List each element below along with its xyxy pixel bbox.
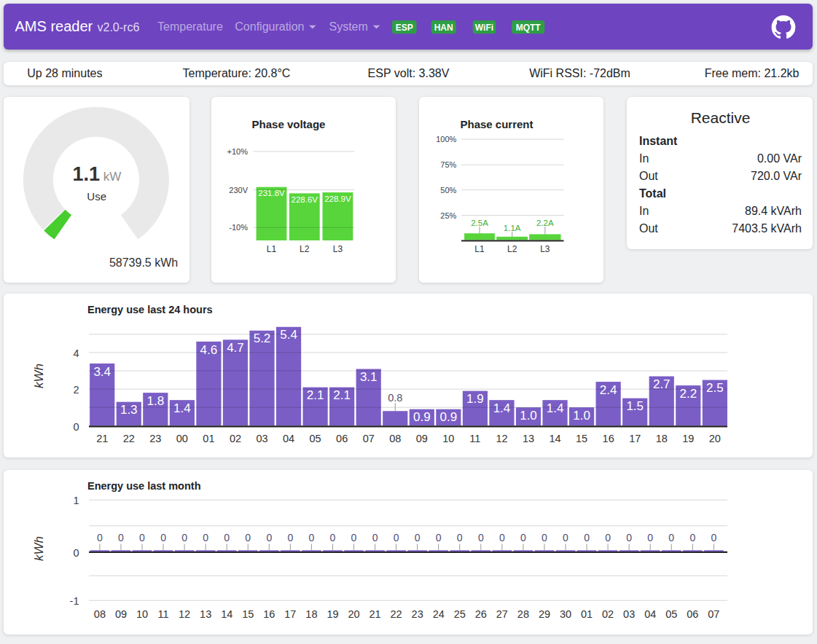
svg-text:5.4: 5.4 bbox=[280, 328, 297, 342]
svg-text:0: 0 bbox=[520, 532, 526, 543]
svg-text:0: 0 bbox=[689, 532, 695, 543]
svg-text:21: 21 bbox=[369, 608, 380, 620]
svg-text:WiFi: WiFi bbox=[475, 23, 493, 33]
svg-text:Phase current: Phase current bbox=[460, 118, 533, 130]
svg-text:1.9: 1.9 bbox=[466, 392, 484, 406]
svg-text:kWh: kWh bbox=[32, 536, 46, 561]
svg-text:27: 27 bbox=[496, 608, 508, 620]
svg-text:0: 0 bbox=[309, 532, 315, 543]
svg-text:18: 18 bbox=[305, 608, 317, 620]
svg-text:58739.5 kWh: 58739.5 kWh bbox=[109, 256, 178, 268]
svg-text:Up 28 minutes: Up 28 minutes bbox=[27, 66, 102, 79]
svg-text:3.1: 3.1 bbox=[360, 370, 378, 384]
svg-text:2.2: 2.2 bbox=[679, 387, 697, 401]
svg-text:v2.0-rc6: v2.0-rc6 bbox=[98, 21, 140, 34]
svg-text:L3: L3 bbox=[540, 243, 550, 254]
svg-text:30: 30 bbox=[560, 608, 571, 620]
svg-text:0: 0 bbox=[266, 532, 272, 543]
svg-text:10: 10 bbox=[136, 608, 148, 620]
svg-text:1.0: 1.0 bbox=[573, 409, 590, 423]
svg-text:4.7: 4.7 bbox=[227, 341, 244, 355]
svg-text:ESP volt: 3.38V: ESP volt: 3.38V bbox=[368, 66, 450, 79]
svg-text:12: 12 bbox=[179, 608, 190, 620]
svg-text:0: 0 bbox=[203, 532, 208, 543]
svg-text:0: 0 bbox=[605, 532, 611, 543]
svg-text:1.8: 1.8 bbox=[146, 394, 164, 408]
svg-text:0: 0 bbox=[160, 532, 166, 543]
svg-text:19: 19 bbox=[682, 433, 694, 444]
svg-text:0: 0 bbox=[584, 532, 590, 543]
svg-text:09: 09 bbox=[115, 608, 127, 620]
svg-text:Reactive: Reactive bbox=[690, 109, 750, 125]
svg-text:05: 05 bbox=[310, 433, 321, 444]
svg-text:22: 22 bbox=[123, 433, 135, 444]
svg-text:-10%: -10% bbox=[229, 223, 248, 232]
svg-text:25%: 25% bbox=[440, 211, 456, 219]
svg-text:0: 0 bbox=[542, 532, 547, 543]
svg-text:Out: Out bbox=[639, 221, 658, 234]
svg-text:06: 06 bbox=[336, 433, 348, 444]
svg-text:0: 0 bbox=[563, 532, 568, 543]
svg-text:11: 11 bbox=[158, 608, 169, 620]
svg-text:2.7: 2.7 bbox=[653, 377, 671, 391]
svg-text:0: 0 bbox=[436, 532, 442, 543]
svg-text:50%: 50% bbox=[440, 185, 456, 194]
svg-text:15: 15 bbox=[576, 433, 587, 444]
svg-text:24: 24 bbox=[433, 608, 445, 620]
svg-text:03: 03 bbox=[256, 433, 267, 444]
svg-text:AMS reader: AMS reader bbox=[15, 18, 93, 34]
svg-text:22: 22 bbox=[391, 608, 402, 620]
svg-text:1.3: 1.3 bbox=[120, 403, 138, 417]
svg-text:00: 00 bbox=[176, 433, 188, 444]
svg-text:23: 23 bbox=[412, 608, 423, 620]
svg-text:System: System bbox=[329, 20, 368, 33]
svg-text:20: 20 bbox=[348, 608, 359, 620]
svg-text:12: 12 bbox=[496, 433, 507, 444]
svg-text:23: 23 bbox=[149, 433, 161, 444]
svg-text:3.4: 3.4 bbox=[93, 365, 111, 379]
svg-text:14: 14 bbox=[221, 608, 232, 620]
svg-text:0: 0 bbox=[330, 532, 336, 543]
svg-text:230V: 230V bbox=[229, 185, 248, 194]
svg-text:1: 1 bbox=[73, 495, 79, 506]
svg-text:Use: Use bbox=[87, 190, 106, 203]
svg-text:4.6: 4.6 bbox=[200, 343, 218, 357]
svg-text:5.2: 5.2 bbox=[254, 331, 271, 345]
svg-text:20: 20 bbox=[709, 433, 721, 444]
svg-text:28: 28 bbox=[517, 608, 529, 620]
svg-text:03: 03 bbox=[623, 608, 635, 620]
svg-text:0: 0 bbox=[626, 532, 632, 543]
svg-text:01: 01 bbox=[581, 608, 593, 620]
svg-text:L2: L2 bbox=[507, 243, 517, 254]
svg-text:Free mem: 21.2kb: Free mem: 21.2kb bbox=[705, 66, 800, 79]
svg-text:7403.5 kVArh: 7403.5 kVArh bbox=[732, 221, 802, 234]
svg-text:L3: L3 bbox=[333, 243, 343, 254]
svg-text:25: 25 bbox=[454, 608, 466, 620]
svg-text:0: 0 bbox=[118, 532, 124, 543]
svg-text:07: 07 bbox=[363, 433, 375, 444]
svg-text:08: 08 bbox=[94, 608, 106, 620]
svg-text:L1: L1 bbox=[474, 243, 485, 254]
svg-text:+10%: +10% bbox=[227, 146, 249, 155]
svg-text:L1: L1 bbox=[267, 243, 277, 254]
svg-text:0.00 VAr: 0.00 VAr bbox=[757, 152, 802, 165]
svg-text:0: 0 bbox=[181, 532, 187, 543]
svg-text:21: 21 bbox=[96, 433, 108, 444]
svg-text:75%: 75% bbox=[440, 160, 456, 169]
svg-text:100%: 100% bbox=[436, 135, 456, 144]
svg-text:16: 16 bbox=[263, 608, 275, 620]
svg-text:05: 05 bbox=[665, 608, 677, 620]
svg-text:08: 08 bbox=[389, 433, 401, 444]
svg-text:1.4: 1.4 bbox=[493, 401, 511, 415]
svg-text:11: 11 bbox=[469, 433, 480, 444]
svg-text:0: 0 bbox=[647, 532, 653, 543]
svg-text:1.1 kW: 1.1 kW bbox=[73, 163, 122, 185]
svg-text:10: 10 bbox=[442, 433, 454, 444]
svg-text:13: 13 bbox=[200, 608, 211, 620]
svg-text:0: 0 bbox=[224, 532, 230, 543]
svg-text:4: 4 bbox=[73, 347, 79, 359]
svg-text:2.4: 2.4 bbox=[600, 383, 617, 397]
svg-text:2.1: 2.1 bbox=[333, 388, 351, 402]
svg-text:0.9: 0.9 bbox=[440, 410, 458, 424]
svg-text:13: 13 bbox=[523, 433, 534, 444]
